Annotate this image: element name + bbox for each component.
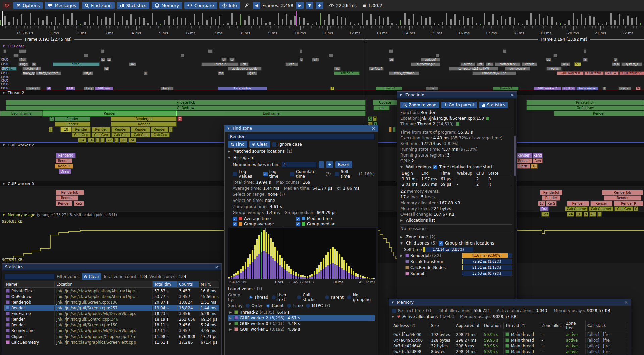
timeline-zone[interactable]: su	[229, 58, 235, 62]
time-relative-checkbox[interactable]	[433, 165, 437, 169]
timeline-zone[interactable]: OnRedraw	[6, 105, 366, 110]
timeline-zone[interactable]: Render	[516, 158, 532, 163]
timeline-zone[interactable]: surfacefl	[369, 67, 384, 71]
timeline-zone[interactable]: audioserver /audio	[228, 67, 262, 71]
found-zone-group[interactable]: ▶GUIF worker 0(3,231)4.48 s	[228, 321, 375, 326]
timeline-zone[interactable]: 1C	[576, 212, 582, 217]
timeline-zone[interactable]: M	[636, 87, 641, 90]
child-zone-row[interactable]: ▶Submit35.63 μs (0.79%)	[400, 271, 512, 276]
group-by-thread[interactable]: Thread	[249, 293, 268, 302]
mem-column-address[interactable]: Address(?)	[392, 323, 429, 329]
timeline-zone[interactable]: RenderJol	[540, 190, 562, 195]
timeline-zone[interactable]: CalcGeo	[131, 132, 150, 137]
timeline-zone[interactable]	[436, 54, 439, 57]
timeline-zone[interactable]: Rencer	[567, 201, 589, 206]
time-ruler[interactable]: 1 ms2 ms3 ms4 ms5 ms6 ms7 ms8 ms9 ms10 m…	[0, 26, 644, 37]
stats-row[interactable]: BeginFramejni/../jni/src/claw/gfx/drv/vk…	[4, 328, 219, 334]
allocation-row[interactable]: 0x7e049b3d00128 bytes298.27 ms59.95 sMai…	[392, 337, 628, 343]
child-zone-row[interactable]: ▶RecalcTransform72.92 μs (1.62%)	[400, 259, 512, 264]
decrement-button[interactable]: -	[319, 161, 324, 168]
timeline-zone[interactable]: 16	[88, 138, 94, 143]
timeline-zone[interactable]: fra	[19, 58, 27, 62]
group-by-user-text[interactable]: User text	[272, 293, 293, 302]
timeline-zone[interactable]: OnRedraw	[526, 105, 644, 110]
timeline-zone[interactable]: s	[614, 58, 618, 62]
checkbox[interactable]	[296, 217, 300, 221]
timeline-zone[interactable]: Tracy	[84, 87, 94, 90]
memory-window[interactable]: ▼ Memory × Restrict time (?) Total alloc…	[389, 299, 631, 355]
scrollbar[interactable]	[514, 99, 516, 305]
timeline-zone[interactable]: Update	[373, 100, 397, 105]
stats-column-mtpc[interactable]: MTPC	[199, 281, 219, 287]
mem-column-size[interactable]: Size	[429, 323, 454, 329]
sort-by-order[interactable]: Order	[246, 303, 263, 308]
timeline-zone[interactable]: surfacefline	[495, 62, 521, 66]
timeline-zone[interactable]: Render	[56, 201, 72, 206]
zone-statistics-button[interactable]: Statistics	[479, 102, 508, 108]
timeline-zone[interactable]: et	[334, 67, 341, 71]
timeline-zone[interactable]: Render	[111, 122, 177, 127]
stats-column-location[interactable]: Location	[55, 281, 153, 287]
messages-button[interactable]: Messages	[45, 2, 79, 9]
reset-button[interactable]: Reset	[335, 161, 352, 168]
frame-minimap[interactable]	[0, 11, 644, 26]
timeline-zone[interactable]: GUIF worker 2	[619, 71, 644, 75]
timeline-zone[interactable]: 8	[100, 138, 105, 143]
timeline-zone[interactable]	[329, 54, 333, 57]
timeline-zone[interactable]: RenderJo	[56, 153, 76, 158]
child-zone-row[interactable]: ▶CalcRenderNodes51.51 μs (1.15%)	[400, 265, 512, 270]
close-icon[interactable]: ×	[215, 265, 219, 269]
timeline-zone[interactable]: GUIF w	[562, 87, 576, 90]
zone-info-window[interactable]: ▼ Zone info × Zoom to zone ↑Go to parent…	[397, 91, 517, 305]
compare-button[interactable]: Compare	[184, 2, 217, 9]
timeline-zone[interactable]: Thread-2	[376, 87, 402, 90]
zoom-to-zone-button[interactable]: Zoom to zone	[400, 102, 439, 108]
timeline-zone[interactable]: ka	[101, 58, 105, 62]
radio-button[interactable]	[249, 295, 253, 299]
mem-column-call-stack[interactable]: Call stack	[586, 323, 628, 329]
timeline-zone[interactable]: tracy_systrace	[36, 71, 61, 75]
timeline-zone[interactable]: F	[169, 127, 173, 132]
timeline-zone[interactable]: GUIF worker 2	[534, 87, 561, 90]
group-children-checkbox[interactable]	[439, 241, 443, 246]
mem-column-zone-alloc[interactable]: Zone alloc	[540, 323, 564, 329]
timeline-zone[interactable]: Render	[542, 195, 560, 201]
timeline-zone[interactable]: systemui	[22, 67, 41, 71]
timeline-zone[interactable]: aux	[561, 62, 570, 66]
statistics-window-titlebar[interactable]: Statistics ×	[2, 264, 221, 270]
timeline-zone[interactable]: kwgr	[18, 62, 29, 66]
timeline-zone[interactable]: CalcGeo	[92, 132, 110, 137]
stats-row[interactable]: RenderJobjni/../jni/src/guif/Screen.cpp:…	[4, 299, 219, 305]
timeline-zone[interactable]: T	[373, 116, 377, 121]
min-values-input[interactable]	[282, 162, 317, 168]
radio-button[interactable]	[266, 304, 270, 308]
timeline-zone[interactable]: Render	[56, 158, 72, 163]
timeline-zone[interactable]: RenderJob	[56, 190, 84, 195]
zone-trace-header[interactable]: ▶ Zone trace (2)	[400, 235, 512, 239]
timeline-zone[interactable]: call	[373, 105, 390, 110]
timeline-zone[interactable]: +	[144, 71, 148, 75]
found-zone-group[interactable]: ▶GUIF worker 1(3,192)4.39 s	[228, 326, 375, 332]
check-cumulate-time[interactable]: Cumulate time(?)	[290, 169, 331, 179]
timeline-zone[interactable]: EndFrame	[177, 111, 366, 116]
timeline-zone[interactable]	[101, 49, 104, 53]
minimap-cursor[interactable]	[296, 11, 297, 26]
timeline-zone[interactable]: Render	[131, 127, 150, 132]
timeline-zone[interactable]: lgiks	[247, 71, 257, 75]
checkbox[interactable]	[233, 217, 237, 221]
stats-row[interactable]: EndFramejni/../jni/src/claw/gfx/drv/vk/D…	[4, 311, 219, 316]
wrench-icon[interactable]	[243, 3, 250, 8]
memory-button[interactable]: Memory	[152, 2, 182, 9]
radio-button[interactable]	[306, 304, 310, 308]
timeline-zone[interactable]: su	[389, 58, 394, 62]
frame-label-left[interactable]: Frame 3,193 (22.45 ms)	[22, 37, 74, 42]
timeline-zone[interactable]: Thread-2	[53, 62, 100, 66]
stats-column-counts[interactable]: Counts	[177, 281, 199, 287]
timeline-zone[interactable]: Tracy Profiler	[218, 87, 267, 90]
timeline-zone[interactable]: w	[32, 62, 36, 66]
radio-button[interactable]	[246, 304, 250, 308]
timeline-zone[interactable]: Set	[541, 212, 549, 217]
timeline-zone[interactable]: RerS	[546, 201, 557, 206]
legend-group-average[interactable]: Group average	[233, 222, 293, 226]
zoom-to-frame-button[interactable]: ⊕	[316, 2, 323, 9]
